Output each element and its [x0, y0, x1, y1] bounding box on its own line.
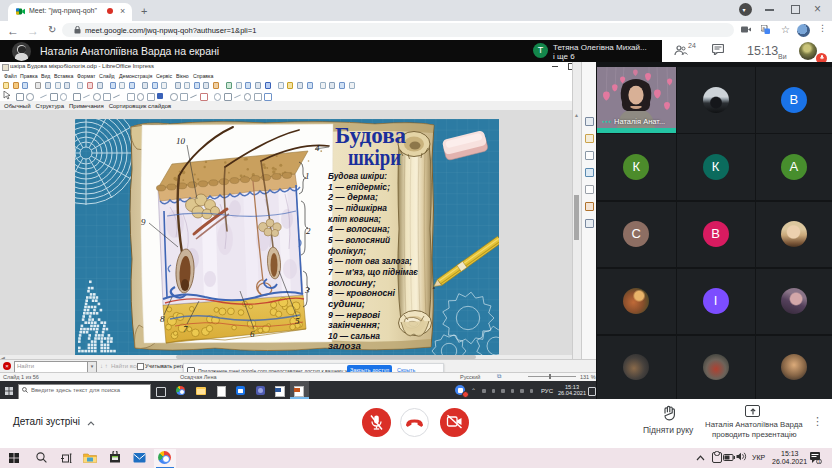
- svg-text:4: 4: [315, 143, 320, 153]
- svg-text:судини;: судини;: [328, 299, 365, 309]
- svg-text:3: 3: [304, 285, 310, 295]
- svg-text:залоза: залоза: [328, 341, 361, 351]
- svg-text:4 — волосина;: 4 — волосина;: [327, 224, 390, 234]
- svg-text:волосину;: волосину;: [328, 278, 376, 288]
- svg-text:2: 2: [306, 226, 311, 236]
- svg-text:5 — волосяний: 5 — волосяний: [328, 235, 391, 245]
- svg-text:шкіри: шкіри: [348, 144, 401, 170]
- svg-text:10: 10: [176, 136, 186, 146]
- svg-text:6: 6: [250, 329, 255, 339]
- svg-text:кліт ковина;: кліт ковина;: [328, 214, 381, 224]
- svg-text:2 — дерма;: 2 — дерма;: [327, 192, 378, 202]
- svg-text:1 — епідерміс;: 1 — епідерміс;: [328, 182, 390, 192]
- svg-text:9 — нервові: 9 — нервові: [328, 310, 381, 320]
- svg-text:7 — м'яз, що піднімає: 7 — м'яз, що піднімає: [328, 267, 418, 277]
- svg-text:фолікул;: фолікул;: [328, 246, 366, 256]
- svg-text:5: 5: [295, 316, 300, 326]
- svg-text:6 — пот ова залоза;: 6 — пот ова залоза;: [328, 256, 412, 266]
- svg-text:1: 1: [305, 171, 310, 181]
- svg-text:закінчення;: закінчення;: [328, 320, 380, 330]
- svg-text:8 — кровоносні: 8 — кровоносні: [328, 288, 396, 298]
- svg-text:10 — сальна: 10 — сальна: [328, 331, 380, 341]
- svg-text:Будова шкіри:: Будова шкіри:: [328, 171, 387, 181]
- svg-text:8: 8: [160, 314, 165, 324]
- svg-text:9: 9: [141, 217, 146, 227]
- svg-text:3 — підшкірна: 3 — підшкірна: [328, 203, 387, 213]
- svg-text:7: 7: [183, 324, 188, 334]
